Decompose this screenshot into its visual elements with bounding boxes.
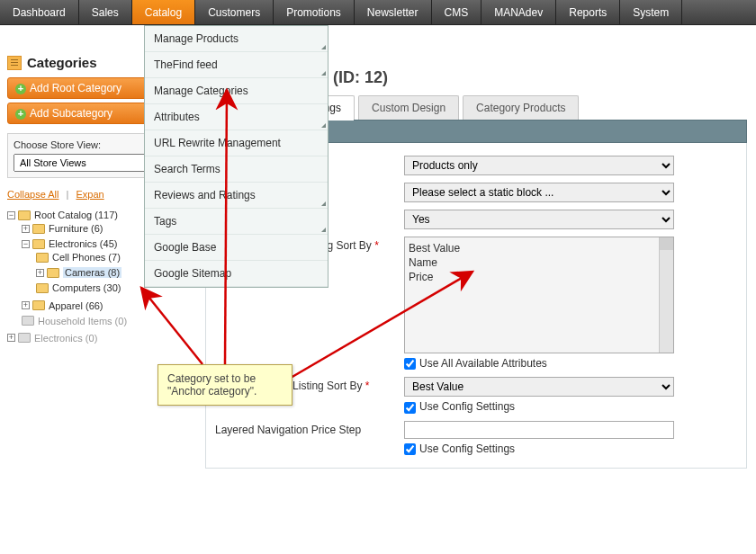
nav-customers[interactable]: Customers <box>195 0 274 24</box>
tree-node-household[interactable]: Household Items (0) <box>38 316 127 326</box>
is-anchor-select[interactable]: Yes <box>404 210 674 229</box>
use-all-attributes-checkbox[interactable] <box>404 358 416 370</box>
tree-node-cameras[interactable]: Cameras (8) <box>63 267 122 278</box>
plus-icon: + <box>15 109 26 120</box>
add-sub-label: Add Subcategory <box>30 107 112 120</box>
folder-icon <box>47 268 59 278</box>
nav-dashboard[interactable]: Dashboard <box>0 0 79 24</box>
folder-icon <box>18 333 31 343</box>
page-title: (ID: 12) <box>333 68 388 87</box>
catalog-dropdown: Manage ProductsTheFind feedManage Catego… <box>144 25 328 288</box>
expand-icon[interactable]: + <box>7 334 15 342</box>
tree-node-apparel[interactable]: Apparel (66) <box>49 300 104 311</box>
tab-category-products[interactable]: Category Products <box>463 95 579 120</box>
menu-tags[interactable]: Tags <box>145 209 328 235</box>
menu-search-terms[interactable]: Search Terms <box>145 156 328 183</box>
nav-reports[interactable]: Reports <box>556 0 620 24</box>
expand-icon[interactable]: + <box>36 269 44 277</box>
nav-system[interactable]: System <box>620 0 682 24</box>
collapse-icon[interactable]: − <box>7 211 15 219</box>
tab-custom-design[interactable]: Custom Design <box>358 95 459 120</box>
default-sort-use-config-checkbox[interactable] <box>404 402 416 414</box>
sort-by-multiselect[interactable]: Best Value Name Price <box>404 237 674 353</box>
tree-node-root[interactable]: Root Catalog (117) <box>34 210 118 220</box>
menu-reviews-and-ratings[interactable]: Reviews and Ratings <box>145 183 328 209</box>
sort-option[interactable]: Name <box>409 255 670 270</box>
folder-icon <box>18 210 31 220</box>
nav-newsletter[interactable]: Newsletter <box>355 0 432 24</box>
folder-icon <box>32 239 45 249</box>
tree-node-electronics2[interactable]: Electronics (0) <box>34 333 97 344</box>
menu-manage-categories[interactable]: Manage Categories <box>145 78 328 104</box>
nav-promotions[interactable]: Promotions <box>274 0 355 24</box>
folder-icon <box>22 316 34 326</box>
tree-node-computers[interactable]: Computers (30) <box>52 283 121 294</box>
menu-manage-products[interactable]: Manage Products <box>145 26 328 52</box>
menu-attributes[interactable]: Attributes <box>145 104 328 130</box>
expand-icon[interactable]: + <box>22 301 30 309</box>
submenu-icon <box>321 228 326 232</box>
folder-icon <box>36 253 49 263</box>
menu-google-base[interactable]: Google Base <box>145 235 328 261</box>
use-config-label: Use Config Settings <box>419 400 515 413</box>
submenu-icon <box>321 201 326 206</box>
menu-thefind-feed[interactable]: TheFind feed <box>145 52 328 78</box>
default-sort-select[interactable]: Best Value <box>404 377 674 397</box>
separator: | <box>67 189 69 200</box>
use-config-label: Use Config Settings <box>419 442 515 455</box>
menu-url-rewrite-management[interactable]: URL Rewrite Management <box>145 130 328 156</box>
annotation-callout: Category set to be "Anchor category". <box>158 364 292 406</box>
plus-icon: + <box>15 84 26 94</box>
sort-option[interactable]: Best Value <box>409 241 670 255</box>
expand-icon[interactable]: + <box>22 225 30 233</box>
submenu-icon <box>321 123 326 128</box>
tree-node-cellphones[interactable]: Cell Phones (7) <box>52 252 121 263</box>
collapse-icon[interactable]: − <box>22 240 30 248</box>
price-step-use-config-checkbox[interactable] <box>404 443 416 455</box>
cms-block-select[interactable]: Please select a static block ... <box>404 183 674 202</box>
tree-node-furniture[interactable]: Furniture (6) <box>49 223 104 234</box>
price-step-input[interactable] <box>404 421 674 439</box>
top-nav: DashboardSalesCatalogCustomersPromotions… <box>0 0 756 25</box>
menu-google-sitemap[interactable]: Google Sitemap <box>145 261 328 287</box>
collapse-all-link[interactable]: Collapse All <box>7 189 58 200</box>
nav-catalog[interactable]: Catalog <box>132 0 195 24</box>
categories-title: Categories <box>27 55 97 70</box>
add-root-label: Add Root Category <box>30 82 122 94</box>
scroll-up-icon[interactable] <box>660 237 673 250</box>
expand-all-link[interactable]: Expan <box>76 189 104 200</box>
tree-node-electronics[interactable]: Electronics (45) <box>49 238 117 249</box>
price-step-label: Layered Navigation Price Step <box>215 421 404 436</box>
nav-sales[interactable]: Sales <box>79 0 132 24</box>
scrollbar[interactable] <box>659 237 673 353</box>
use-all-attributes-label: Use All Available Attributes <box>419 357 547 370</box>
folder-icon <box>32 224 45 234</box>
list-icon <box>7 56 22 70</box>
submenu-icon <box>321 45 326 49</box>
nav-manadev[interactable]: MANAdev <box>482 0 556 24</box>
submenu-icon <box>321 71 326 76</box>
nav-cms[interactable]: CMS <box>432 0 482 24</box>
sort-option[interactable]: Price <box>409 270 670 284</box>
display-mode-select[interactable]: Products only <box>404 156 674 175</box>
folder-icon <box>36 283 49 293</box>
folder-icon <box>32 300 45 310</box>
